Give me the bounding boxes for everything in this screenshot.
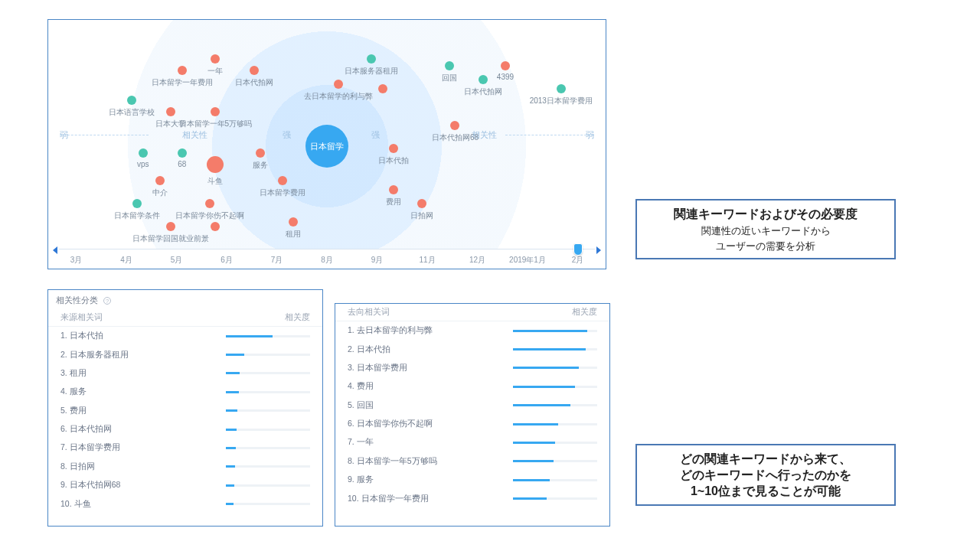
keyword-node-label: 回国 <box>442 73 457 83</box>
keyword-node[interactable] <box>557 84 566 93</box>
keyword-node[interactable] <box>132 199 142 208</box>
help-icon[interactable]: ? <box>103 297 111 305</box>
table-row-label: 3. 日本留学费用 <box>348 363 407 373</box>
table-row[interactable]: 1. 去日本留学的利与弊 <box>335 321 609 340</box>
timeline-tick: 8月 <box>321 255 333 266</box>
table-b-header-score: 相关度 <box>572 307 597 318</box>
timeline-tick: 4月 <box>120 255 132 266</box>
table-row[interactable]: 3. 租用 <box>48 364 322 383</box>
keyword-node-label: 2013日本留学费用 <box>530 96 593 106</box>
score-bar <box>226 447 310 449</box>
table-row[interactable]: 8. 日本留学一年5万够吗 <box>335 452 609 471</box>
table-a-title: 相关性分类 ? <box>48 290 322 309</box>
score-bar <box>226 354 310 356</box>
score-bar <box>226 335 310 337</box>
keyword-node-label: 一年 <box>207 66 223 77</box>
keyword-node[interactable] <box>501 61 510 70</box>
keyword-node[interactable] <box>378 84 387 93</box>
table-b-header-term: 去向相关词 <box>348 307 390 318</box>
keyword-node-label: 服务 <box>253 160 268 171</box>
keyword-node[interactable] <box>211 222 220 231</box>
keyword-node[interactable] <box>256 148 265 158</box>
timeline-tick: 2019年1月 <box>509 255 546 266</box>
score-bar <box>226 429 310 431</box>
score-bar <box>513 442 597 444</box>
table-row[interactable]: 9. 服务 <box>335 471 609 489</box>
keyword-node-label: 日本代拍网 <box>464 86 502 97</box>
keyword-node[interactable] <box>289 217 298 227</box>
table-row-label: 5. 回国 <box>348 400 374 411</box>
score-bar <box>226 409 310 412</box>
table-row[interactable]: 4. 费用 <box>335 377 609 396</box>
table-row-label: 8. 日本留学一年5万够吗 <box>348 456 437 467</box>
timeline-tick: 11月 <box>419 255 435 266</box>
annotation-top-line2: ユーザーの需要を分析 <box>649 240 882 253</box>
keyword-node[interactable] <box>207 156 224 173</box>
table-row-label: 7. 一年 <box>348 437 374 448</box>
table-row[interactable]: 10. 斗鱼 <box>48 494 322 513</box>
keyword-node[interactable] <box>127 96 136 105</box>
keyword-node[interactable] <box>211 54 220 64</box>
keyword-node[interactable] <box>155 176 165 185</box>
keyword-node-label: 日本留学一年费用 <box>152 77 213 88</box>
keyword-node[interactable] <box>139 148 148 158</box>
table-a-header: 来源相关词 相关度 <box>48 309 322 327</box>
table-row-label: 7. 日本留学费用 <box>60 442 120 453</box>
table-row-label: 2. 日本代拍 <box>348 344 390 355</box>
table-row[interactable]: 3. 日本留学费用 <box>335 359 609 377</box>
table-row[interactable]: 4. 服务 <box>48 383 322 401</box>
keyword-node[interactable] <box>367 54 376 64</box>
keyword-node-label: 日本留学一年5万够吗 <box>179 119 253 129</box>
keyword-node[interactable] <box>417 199 426 208</box>
table-row[interactable]: 5. 回国 <box>335 396 609 415</box>
table-row[interactable]: 1. 日本代拍 <box>48 327 322 345</box>
keyword-node[interactable] <box>211 107 220 116</box>
table-row[interactable]: 9. 日本代拍网68 <box>48 476 322 494</box>
table-row-label: 6. 日本留学你伤不起啊 <box>348 419 433 429</box>
chevron-right-icon[interactable] <box>596 246 601 254</box>
keyword-node[interactable] <box>205 199 214 208</box>
annotation-bottom-line3: 1~10位まで見ることが可能 <box>649 484 882 500</box>
center-keyword[interactable]: 日本留学 <box>305 125 348 168</box>
keyword-node-label: 费用 <box>386 197 401 207</box>
table-b-header: 去向相关词 相关度 <box>335 304 609 321</box>
chevron-left-icon[interactable] <box>53 246 57 254</box>
keyword-node[interactable] <box>278 176 287 185</box>
table-a-header-score: 相关度 <box>285 312 310 323</box>
keyword-node[interactable] <box>389 185 398 194</box>
timeline-tick: 7月 <box>271 255 283 266</box>
table-row[interactable]: 8. 日拍网 <box>48 458 322 476</box>
keyword-node[interactable] <box>389 144 398 153</box>
table-row[interactable]: 10. 日本留学一年费用 <box>335 489 609 507</box>
keyword-node[interactable] <box>445 61 454 70</box>
table-row[interactable]: 2. 日本服务器租用 <box>48 345 322 364</box>
timeline: 3月4月5月6月7月8月9月11月12月2019年1月2月 <box>54 246 599 269</box>
keyword-node[interactable] <box>166 107 175 116</box>
keyword-node-label: 日本代拍网 <box>235 77 273 88</box>
keyword-node-label: 日本留学回国就业前景 <box>132 233 209 244</box>
table-row-label: 9. 日本代拍网68 <box>60 480 120 491</box>
keyword-node-label: 68 <box>178 160 186 168</box>
table-row[interactable]: 2. 日本代拍 <box>335 340 609 358</box>
timeline-tick: 2月 <box>572 255 584 266</box>
keyword-node-label: 日本留学费用 <box>260 187 305 198</box>
table-row[interactable]: 5. 费用 <box>48 402 322 420</box>
keyword-node-label: 日本服务器租用 <box>345 66 398 77</box>
keyword-node[interactable] <box>178 66 187 75</box>
table-row-label: 3. 租用 <box>60 368 87 379</box>
keyword-node[interactable] <box>479 75 488 84</box>
keyword-node[interactable] <box>166 222 175 231</box>
keyword-node[interactable] <box>250 66 259 75</box>
timeline-handle[interactable] <box>573 243 583 256</box>
table-row[interactable]: 6. 日本代拍网 <box>48 420 322 439</box>
keyword-node-label: 租用 <box>286 229 301 240</box>
keyword-node-label: 斗鱼 <box>207 176 223 187</box>
relation-bubble-panel: 弱 相关性 强 强 相关性 弱 日本留学 日本语言学校日本留学一年费用一年日本代… <box>47 19 606 269</box>
keyword-node[interactable] <box>334 80 343 89</box>
table-row[interactable]: 6. 日本留学你伤不起啊 <box>335 415 609 433</box>
table-row[interactable]: 7. 日本留学费用 <box>48 439 322 457</box>
timeline-tick: 9月 <box>371 255 384 266</box>
keyword-node[interactable] <box>450 121 459 130</box>
table-row[interactable]: 7. 一年 <box>335 433 609 452</box>
keyword-node[interactable] <box>178 148 187 158</box>
